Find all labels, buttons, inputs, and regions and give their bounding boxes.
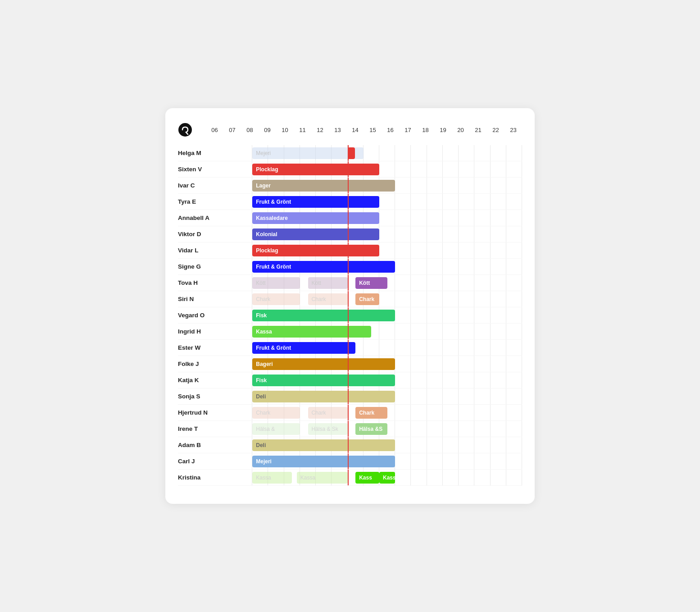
grid-line bbox=[443, 178, 459, 193]
schedule-bar[interactable]: Lager bbox=[252, 180, 395, 192]
grid-line bbox=[411, 340, 427, 356]
grid-line bbox=[459, 453, 474, 469]
schedule-bar[interactable]: Deli bbox=[252, 439, 395, 451]
grid-line bbox=[443, 161, 459, 177]
grid-line bbox=[491, 210, 506, 226]
schedule-bar[interactable]: Fisk bbox=[252, 375, 395, 386]
schedule-bar[interactable]: Chark bbox=[308, 407, 348, 419]
grid-line bbox=[443, 194, 459, 210]
schedule-bar[interactable]: Plocklag bbox=[252, 164, 379, 175]
grid-line bbox=[506, 226, 522, 242]
grid-line bbox=[491, 307, 506, 323]
schedule-bar[interactable]: Kolonial bbox=[252, 228, 379, 240]
table-row: Sonja SDeli bbox=[178, 388, 522, 405]
schedule-bar[interactable]: Chark bbox=[355, 293, 379, 305]
schedule-bar[interactable]: Deli bbox=[252, 391, 395, 402]
grid-line bbox=[395, 307, 411, 323]
grid-line bbox=[491, 421, 506, 437]
grid-line bbox=[236, 259, 252, 274]
schedule-bar[interactable] bbox=[348, 147, 355, 159]
grid-line bbox=[459, 356, 474, 372]
grid-line bbox=[474, 210, 490, 226]
grid-line bbox=[443, 324, 459, 339]
grid-line bbox=[506, 145, 522, 161]
grid-line bbox=[474, 453, 490, 469]
grid-line bbox=[443, 356, 459, 372]
grid-line bbox=[236, 372, 252, 388]
gantt-col: Hälsa &Hälsa & SkHälsa &S bbox=[236, 421, 522, 437]
grid-line bbox=[459, 194, 474, 210]
grid-line bbox=[236, 470, 252, 485]
grid-line bbox=[491, 324, 506, 339]
table-row: Vidar LPlocklag bbox=[178, 242, 522, 259]
grid-line bbox=[395, 194, 411, 210]
grid-line bbox=[506, 259, 522, 274]
gantt-col: Kassaledare bbox=[236, 210, 522, 226]
grid-line bbox=[443, 275, 459, 291]
schedule-bar[interactable]: Chark bbox=[252, 407, 300, 419]
schedule-bar[interactable]: Frukt & Grönt bbox=[252, 342, 355, 354]
grid-line bbox=[506, 242, 522, 258]
schedule-bar[interactable]: Bageri bbox=[252, 358, 395, 370]
time-label-11: 11 bbox=[294, 127, 311, 133]
grid-line bbox=[491, 340, 506, 356]
grid-line bbox=[395, 437, 411, 453]
schedule-bar[interactable]: Mejeri bbox=[252, 456, 395, 467]
schedule-bar[interactable]: Kass bbox=[355, 472, 379, 484]
schedule-bar[interactable]: Chark bbox=[252, 293, 300, 305]
grid-line bbox=[411, 421, 427, 437]
grid-line bbox=[443, 421, 459, 437]
grid-line bbox=[474, 470, 490, 485]
grid-line bbox=[459, 340, 474, 356]
grid-line bbox=[443, 340, 459, 356]
employee-name: Adam B bbox=[178, 442, 236, 448]
grid-line bbox=[411, 145, 427, 161]
table-row: Ingrid HKassa bbox=[178, 324, 522, 340]
grid-line bbox=[506, 453, 522, 469]
grid-line bbox=[411, 291, 427, 307]
grid-line bbox=[506, 421, 522, 437]
grid-line bbox=[506, 178, 522, 193]
grid-line bbox=[411, 242, 427, 258]
table-row: Tyra EFrukt & Grönt bbox=[178, 194, 522, 210]
schedule-bar[interactable]: Kassaledare bbox=[252, 212, 379, 224]
schedule-bar[interactable]: Kassa bbox=[252, 326, 371, 338]
grid-line bbox=[395, 388, 411, 404]
schedule-bar[interactable]: Plocklag bbox=[252, 245, 379, 256]
schedule-bar[interactable]: Kött bbox=[252, 277, 300, 289]
grid-line bbox=[236, 453, 252, 469]
schedule-bar[interactable]: Chark bbox=[355, 407, 387, 419]
grid-line bbox=[395, 275, 411, 291]
schedule-bar[interactable]: Hälsa &S bbox=[355, 423, 387, 435]
schedule-bar[interactable]: Kassa bbox=[379, 472, 395, 484]
grid-line bbox=[491, 161, 506, 177]
grid-line bbox=[474, 291, 490, 307]
grid-line bbox=[474, 405, 490, 420]
gantt-col: KöttKöttKött bbox=[236, 275, 522, 291]
schedule-bar[interactable]: Fisk bbox=[252, 310, 395, 321]
grid-line bbox=[443, 405, 459, 420]
table-row: Vegard OFisk bbox=[178, 307, 522, 324]
grid-line bbox=[491, 372, 506, 388]
schedule-bar[interactable]: Chark bbox=[308, 293, 348, 305]
schedule-bar[interactable]: Mejeri bbox=[252, 147, 364, 159]
employee-name: Signe G bbox=[178, 263, 236, 270]
schedule-bar[interactable]: Frukt & Grönt bbox=[252, 196, 379, 208]
schedule-bar[interactable]: Kassa bbox=[297, 472, 348, 484]
grid-line bbox=[236, 307, 252, 323]
grid-line bbox=[491, 178, 506, 193]
grid-line bbox=[506, 324, 522, 339]
grid-line bbox=[395, 226, 411, 242]
gantt-col: Lager bbox=[236, 178, 522, 193]
schedule-bar[interactable]: Kassa bbox=[252, 472, 292, 484]
schedule-bar[interactable]: Kött bbox=[355, 277, 387, 289]
schedule-bar[interactable]: Kött bbox=[308, 277, 348, 289]
schedule-bar[interactable]: Frukt & Grönt bbox=[252, 261, 395, 273]
schedule-bar[interactable]: Hälsa & Sk bbox=[308, 423, 348, 435]
schedule-bar[interactable]: Hälsa & bbox=[252, 423, 300, 435]
grid-line bbox=[491, 470, 506, 485]
main-card: 060708091011121314151617181920212223 Hel… bbox=[165, 108, 535, 504]
gantt-col: Bageri bbox=[236, 356, 522, 372]
grid-line bbox=[491, 145, 506, 161]
svg-point-0 bbox=[178, 123, 192, 137]
